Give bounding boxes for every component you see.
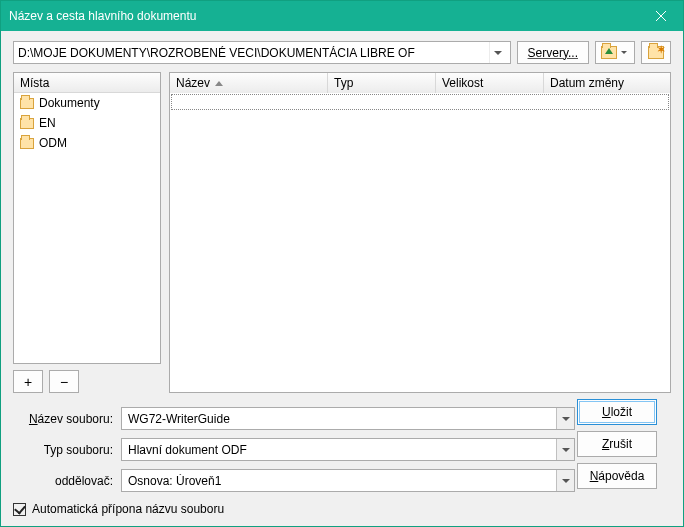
column-type[interactable]: Typ: [328, 73, 436, 93]
chevron-down-icon[interactable]: [556, 439, 574, 460]
save-button[interactable]: Uložit: [577, 399, 657, 425]
cancel-button[interactable]: Zrušit: [577, 431, 657, 457]
middle-panes: Místa Dokumenty EN ODM + − Název Typ Vel…: [13, 72, 671, 393]
focus-row: [171, 94, 669, 110]
sort-asc-icon: [215, 81, 223, 86]
column-name[interactable]: Název: [170, 73, 328, 93]
path-combo[interactable]: D:\MOJE DOKUMENTY\ROZROBENÉ VECI\DOKUMEN…: [13, 41, 511, 64]
folder-up-icon: [601, 46, 617, 59]
add-place-button[interactable]: +: [13, 370, 43, 393]
remove-place-button[interactable]: −: [49, 370, 79, 393]
places-item[interactable]: EN: [14, 113, 160, 133]
path-text: D:\MOJE DOKUMENTY\ROZROBENÉ VECI\DOKUMEN…: [18, 46, 489, 60]
window-title: Název a cesta hlavního dokumentu: [9, 9, 196, 23]
places-header: Místa: [14, 73, 160, 93]
chevron-down-icon[interactable]: [556, 470, 574, 491]
chevron-down-icon[interactable]: [489, 42, 506, 63]
auto-extension-label: Automatická přípona názvu souboru: [32, 502, 224, 516]
places-pane: Místa Dokumenty EN ODM + −: [13, 72, 161, 393]
help-button[interactable]: Nápověda: [577, 463, 657, 489]
column-size[interactable]: Velikost: [436, 73, 544, 93]
title-bar: Název a cesta hlavního dokumentu: [1, 1, 683, 31]
dialog-window: Název a cesta hlavního dokumentu D:\MOJE…: [0, 0, 684, 527]
filetype-row: Typ souboru: Hlavní dokument ODF: [13, 438, 575, 461]
column-date[interactable]: Datum změny: [544, 73, 670, 93]
separator-row: oddělovač: Osnova: Úroveň1: [13, 469, 575, 492]
file-list-header: Název Typ Velikost Datum změny: [170, 73, 670, 93]
auto-extension-row[interactable]: Automatická přípona názvu souboru: [13, 502, 671, 516]
places-item[interactable]: Dokumenty: [14, 93, 160, 113]
filename-combo[interactable]: WG72-WriterGuide: [121, 407, 575, 430]
filetype-combo[interactable]: Hlavní dokument ODF: [121, 438, 575, 461]
places-list[interactable]: Místa Dokumenty EN ODM: [13, 72, 161, 364]
servers-label: Servery...: [528, 46, 578, 60]
filename-row: Název souboru: WG72-WriterGuide: [13, 407, 575, 430]
file-list[interactable]: Název Typ Velikost Datum změny: [169, 72, 671, 393]
places-item[interactable]: ODM: [14, 133, 160, 153]
file-list-body[interactable]: [170, 93, 670, 392]
path-toolbar: D:\MOJE DOKUMENTY\ROZROBENÉ VECI\DOKUMEN…: [13, 41, 671, 64]
close-icon: [656, 11, 666, 21]
separator-combo[interactable]: Osnova: Úroveň1: [121, 469, 575, 492]
chevron-down-icon: [621, 51, 627, 54]
places-buttons: + −: [13, 370, 161, 393]
dialog-content: D:\MOJE DOKUMENTY\ROZROBENÉ VECI\DOKUMEN…: [1, 31, 683, 526]
filename-label: Název souboru:: [13, 412, 113, 426]
auto-extension-checkbox[interactable]: [13, 503, 26, 516]
up-level-button[interactable]: [595, 41, 635, 64]
filetype-label: Typ souboru:: [13, 443, 113, 457]
folder-icon: [20, 98, 34, 109]
new-folder-button[interactable]: ✶: [641, 41, 671, 64]
folder-icon: [20, 138, 34, 149]
chevron-down-icon[interactable]: [556, 408, 574, 429]
form-area: Název souboru: WG72-WriterGuide Typ soub…: [13, 401, 671, 516]
close-button[interactable]: [638, 1, 683, 31]
folder-icon: [20, 118, 34, 129]
folder-new-icon: ✶: [648, 46, 664, 59]
servers-button[interactable]: Servery...: [517, 41, 589, 64]
separator-label: oddělovač:: [13, 474, 113, 488]
action-buttons: Uložit Zrušit Nápověda: [577, 399, 657, 489]
